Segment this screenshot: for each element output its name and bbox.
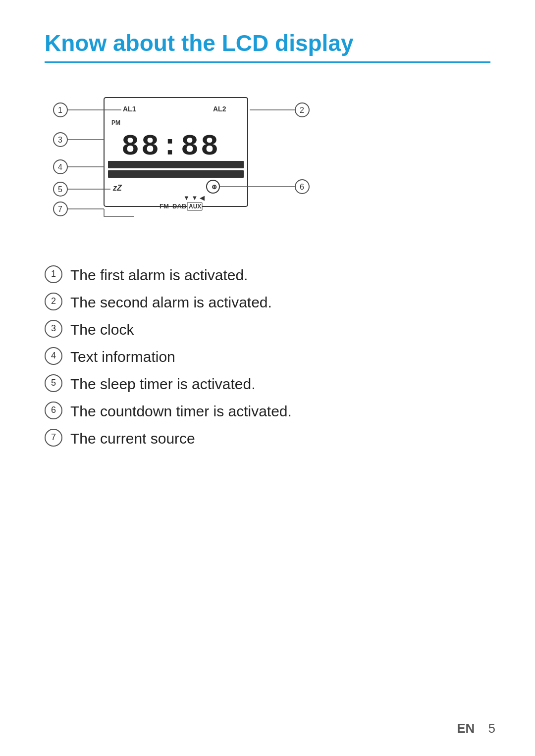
svg-text:AUX: AUX	[189, 203, 201, 210]
svg-rect-5	[108, 161, 244, 168]
list-item-5: 5 The sleep timer is activated.	[45, 373, 490, 394]
svg-text:6: 6	[300, 183, 304, 191]
svg-text:4: 4	[58, 163, 62, 171]
callout-circle-6: 6	[45, 402, 62, 419]
svg-text:7: 7	[58, 205, 62, 213]
list-item-1: 1 The first alarm is activated.	[45, 264, 490, 285]
item-list: 1 The first alarm is activated. 2 The se…	[45, 264, 490, 448]
svg-text:2: 2	[300, 106, 304, 114]
callout-circle-1: 1	[45, 265, 62, 283]
item-text-3: The clock	[70, 319, 134, 339]
item-text-1: The first alarm is activated.	[70, 264, 248, 285]
list-item-2: 2 The second alarm is activated.	[45, 292, 490, 312]
callout-circle-4: 4	[45, 347, 62, 365]
lcd-diagram: AL1 AL2 PM 88:88 zZ ⊕ ▼ ▼ ◀ FM DAB AUX	[45, 83, 490, 245]
svg-text:FM: FM	[160, 202, 169, 210]
svg-text:1: 1	[58, 106, 62, 114]
list-item-3: 3 The clock	[45, 319, 490, 339]
item-text-2: The second alarm is activated.	[70, 292, 272, 312]
callout-circle-2: 2	[45, 293, 62, 310]
svg-text:zZ: zZ	[112, 184, 122, 192]
list-item-6: 6 The countdown timer is activated.	[45, 401, 490, 421]
svg-text:AL2: AL2	[213, 105, 226, 113]
item-text-7: The current source	[70, 428, 195, 448]
footer-page: 5	[488, 721, 495, 736]
svg-text:DAB: DAB	[172, 202, 186, 210]
callout-circle-7: 7	[45, 429, 62, 447]
svg-text:3: 3	[58, 136, 62, 144]
item-text-5: The sleep timer is activated.	[70, 373, 256, 394]
svg-text:AL1: AL1	[123, 105, 136, 113]
page-title: Know about the LCD display	[45, 30, 490, 63]
svg-rect-6	[108, 170, 244, 178]
svg-text:PM: PM	[111, 119, 120, 126]
item-text-6: The countdown timer is activated.	[70, 401, 292, 421]
svg-text:5: 5	[58, 185, 62, 194]
list-item-7: 7 The current source	[45, 428, 490, 448]
svg-text:88:88: 88:88	[121, 130, 220, 163]
footer-lang: EN	[457, 721, 475, 736]
svg-text:⊕: ⊕	[212, 183, 217, 191]
callout-circle-3: 3	[45, 320, 62, 338]
list-item-4: 4 Text information	[45, 346, 490, 366]
lcd-diagram-svg: AL1 AL2 PM 88:88 zZ ⊕ ▼ ▼ ◀ FM DAB AUX	[45, 83, 322, 241]
page-footer: EN 5	[457, 721, 495, 736]
callout-circle-5: 5	[45, 374, 62, 392]
svg-text:▼ ▼ ◀: ▼ ▼ ◀	[183, 194, 205, 202]
item-text-4: Text information	[70, 346, 175, 366]
